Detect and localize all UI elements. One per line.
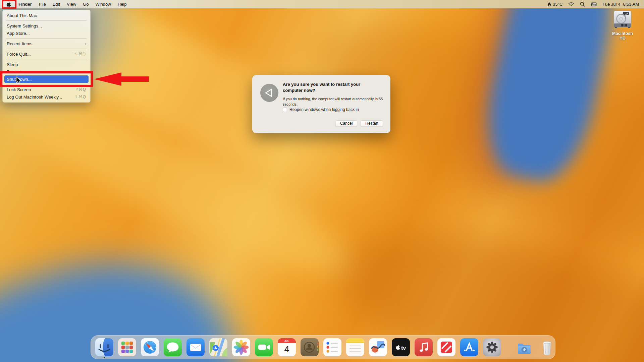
reopen-windows-checkbox[interactable] <box>283 108 287 112</box>
shortcut-label: ^⌘Q <box>76 87 86 92</box>
notes-icon <box>346 338 364 356</box>
menubar-menu-go[interactable]: Go <box>79 0 92 8</box>
restart-dialog: Are you sure you want to restart your co… <box>252 75 390 133</box>
menu-item-label: Lock Screen <box>7 87 31 92</box>
menu-item-system-settings[interactable]: System Settings... <box>3 22 90 29</box>
menu-item-about-this-mac[interactable]: About This Mac <box>3 12 90 19</box>
freeform-icon <box>369 338 387 356</box>
shortcut-label: ⇧⌘Q <box>75 95 86 99</box>
finder-running-indicator <box>104 357 105 358</box>
menu-divider <box>6 49 87 49</box>
safari-icon <box>141 338 159 356</box>
dock-item-notes[interactable] <box>346 338 364 356</box>
dock-item-photos[interactable] <box>232 338 250 356</box>
photos-icon <box>232 338 250 356</box>
dock-item-downloads[interactable] <box>515 338 533 356</box>
menu-item-force-quit[interactable]: Force Quit... ⌥⌘⎋ <box>3 50 90 58</box>
menu-item-label: Log Out Macintosh Weekly... <box>7 95 62 100</box>
menubar-menu-window[interactable]: Window <box>92 0 114 8</box>
dialog-title: Are you sure you want to restart your co… <box>283 81 373 93</box>
shortcut-label: ⌥⌘⎋ <box>73 52 86 56</box>
menubar-date: Tue Jul 4 <box>602 2 620 7</box>
menu-item-label: Recent Items <box>7 41 33 46</box>
desktop-wallpaper <box>0 0 644 362</box>
dock-item-reminders[interactable] <box>323 338 341 356</box>
dock-item-app-store[interactable] <box>460 338 478 356</box>
dock-item-launchpad[interactable] <box>118 338 136 356</box>
apple-tv-icon: tv <box>392 338 410 356</box>
calendar-month-label: JUL <box>284 340 289 343</box>
restart-button[interactable]: Restart <box>361 120 383 127</box>
menu-item-label: About This Mac <box>7 13 37 18</box>
macos-desktop: Macintosh HD Are you sure you want to re… <box>0 0 644 362</box>
dock-item-messages[interactable] <box>164 338 182 356</box>
mail-icon <box>186 338 205 356</box>
submenu-chevron-icon: › <box>85 41 86 46</box>
wifi-icon[interactable] <box>568 2 574 6</box>
calendar-day-label: 4 <box>284 344 289 354</box>
menu-item-label: System Settings... <box>7 23 42 28</box>
calendar-icon: JUL 4 <box>278 338 296 356</box>
dock-item-calendar[interactable]: JUL 4 <box>278 338 296 356</box>
dock-item-trash[interactable] <box>538 338 556 356</box>
launchpad-icon <box>118 338 136 356</box>
menu-divider <box>6 59 87 59</box>
annotation-box-shut-down <box>0 71 93 87</box>
dock-item-news[interactable] <box>437 338 455 356</box>
search-icon[interactable] <box>580 2 585 7</box>
downloads-folder-icon <box>515 338 533 356</box>
menubar-menu-view[interactable]: View <box>63 0 79 8</box>
dock-item-freeform[interactable] <box>369 338 387 356</box>
flame-icon <box>547 2 551 7</box>
facetime-icon <box>255 338 273 356</box>
cancel-button[interactable]: Cancel <box>335 120 357 127</box>
restart-triangle-icon <box>263 86 276 100</box>
dialog-body: If you do nothing, the computer will res… <box>283 97 389 107</box>
menu-divider <box>6 20 87 21</box>
dock-item-contacts[interactable] <box>301 338 319 356</box>
menubar-app-menu[interactable]: Finder <box>15 0 36 8</box>
news-icon <box>437 338 455 356</box>
dock: JUL 4 <box>91 335 555 359</box>
dock-item-mail[interactable] <box>186 338 205 356</box>
menu-item-sleep[interactable]: Sleep <box>3 61 90 68</box>
reminders-icon <box>323 338 341 356</box>
tv-label: tv <box>401 345 406 351</box>
menubar-menu-file[interactable]: File <box>36 0 49 8</box>
app-store-icon <box>460 338 478 356</box>
dock-item-system-settings[interactable] <box>483 338 501 356</box>
temperature-value: 35°C <box>553 2 562 7</box>
menu-divider <box>6 38 87 39</box>
menu-item-recent-items[interactable]: Recent Items › <box>3 40 90 47</box>
dock-item-music[interactable] <box>415 338 433 356</box>
menu-item-app-store[interactable]: App Store... <box>3 29 90 37</box>
temperature-status[interactable]: 35°C <box>547 2 562 7</box>
menu-item-log-out[interactable]: Log Out Macintosh Weekly... ⇧⌘Q <box>3 93 90 101</box>
dock-item-maps[interactable] <box>209 338 227 356</box>
system-settings-icon <box>483 338 501 356</box>
finder-icon <box>95 338 113 356</box>
trash-icon <box>538 338 556 356</box>
annotation-arrow-icon <box>93 71 150 87</box>
menu-item-label: App Store... <box>7 31 30 36</box>
desktop-volume-macintosh-hd[interactable]: Macintosh HD <box>610 10 635 41</box>
contacts-icon <box>301 338 319 356</box>
messages-icon <box>164 338 182 356</box>
checkbox-label: Reopen windows when logging back in <box>289 107 359 112</box>
menubar-menu-edit[interactable]: Edit <box>49 0 63 8</box>
dock-item-tv[interactable]: tv <box>392 338 410 356</box>
menu-bar: Finder File Edit View Go Window Help 35°… <box>0 0 644 8</box>
menu-item-label: Sleep <box>7 62 18 67</box>
restart-dialog-icon <box>260 84 278 102</box>
dock-item-safari[interactable] <box>141 338 159 356</box>
menubar-clock[interactable]: Tue Jul 4 6:53 AM <box>602 2 639 7</box>
music-icon <box>415 338 433 356</box>
volume-label: Macintosh HD <box>610 31 635 41</box>
control-center-icon[interactable] <box>591 2 597 6</box>
menubar-menu-help[interactable]: Help <box>114 0 130 8</box>
annotation-box-apple-menu <box>2 0 16 9</box>
hard-drive-icon <box>612 10 633 29</box>
dock-item-facetime[interactable] <box>255 338 273 356</box>
dock-item-finder[interactable] <box>95 338 113 356</box>
apple-menu-dropdown: About This Mac System Settings... App St… <box>2 10 91 103</box>
